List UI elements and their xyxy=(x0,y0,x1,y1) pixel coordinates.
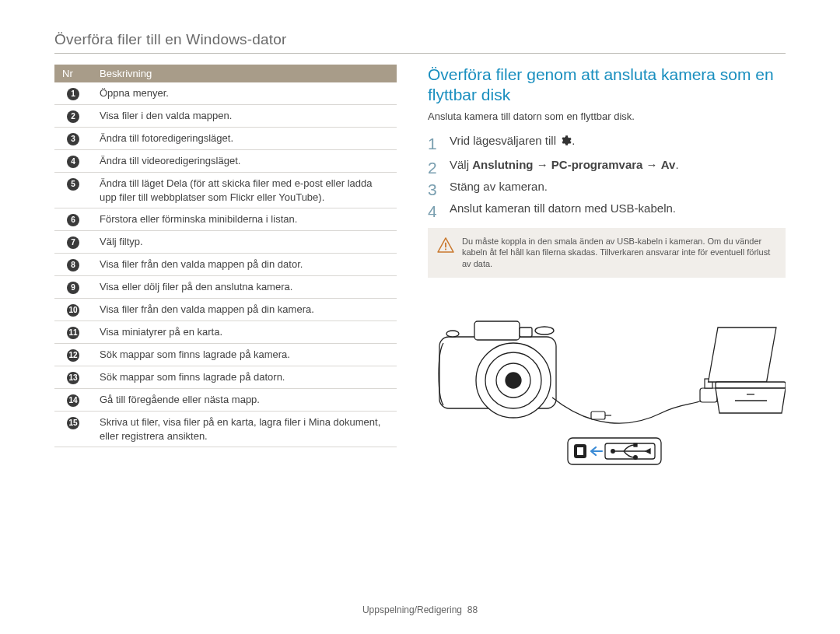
step-2-pre: Välj xyxy=(450,158,472,171)
svg-rect-8 xyxy=(520,328,532,337)
row-number-cell: 7 xyxy=(54,231,92,254)
footer-label: Uppspelning/Redigering xyxy=(362,604,462,615)
row-description-cell: Ändra till fotoredigeringsläget. xyxy=(92,128,397,150)
number-circle-icon: 7 xyxy=(67,236,79,249)
steps-list: Vrid lägesväljaren till . Välj Anslutnin… xyxy=(428,133,786,217)
table-row: 15Skriva ut filer, visa filer på en kart… xyxy=(54,412,397,447)
step-1-text-pre: Vrid lägesväljaren till xyxy=(450,134,559,147)
table-row: 2Visa filer i den valda mappen. xyxy=(54,105,397,128)
svg-point-24 xyxy=(634,456,638,460)
arrow-icon: → xyxy=(642,158,660,171)
number-circle-icon: 12 xyxy=(67,349,79,362)
svg-point-21 xyxy=(611,450,615,454)
row-description-cell: Sök mappar som finns lagrade på datorn. xyxy=(92,366,397,389)
step-1: Vrid lägesväljaren till . xyxy=(428,133,786,151)
svg-point-6 xyxy=(506,373,521,388)
svg-point-9 xyxy=(535,327,554,335)
row-description-cell: Förstora eller förminska minibilderna i … xyxy=(92,208,397,231)
svg-rect-7 xyxy=(474,321,520,340)
step-2-post: . xyxy=(675,158,678,171)
page-footer: Uppspelning/Redigering 88 xyxy=(0,604,840,615)
table-header-nr: Nr xyxy=(54,65,92,82)
page-title: Överföra filer till en Windows-dator xyxy=(54,31,786,54)
row-number-cell: 9 xyxy=(54,276,92,299)
svg-point-10 xyxy=(446,331,459,337)
table-row: 3Ändra till fotoredigeringsläget. xyxy=(54,128,397,150)
warning-box: Du måste koppla in den smala änden av US… xyxy=(428,228,786,278)
svg-rect-14 xyxy=(716,382,786,388)
left-column: Nr Beskrivning 1Öppna menyer.2Visa filer… xyxy=(54,65,397,475)
number-circle-icon: 2 xyxy=(67,110,79,123)
table-row: 12Sök mappar som finns lagrade på kamera… xyxy=(54,344,397,366)
warning-icon xyxy=(437,237,454,256)
warning-text: Du måste koppla in den smala änden av US… xyxy=(462,236,770,269)
number-circle-icon: 1 xyxy=(67,88,79,100)
row-description-cell: Visa miniatyrer på en karta. xyxy=(92,321,397,344)
step-2-b2: PC-programvara xyxy=(551,158,643,171)
row-number-cell: 3 xyxy=(54,128,92,150)
row-description-cell: Visa eller dölj filer på den anslutna ka… xyxy=(92,276,397,299)
step-2-b1: Anslutning xyxy=(472,158,533,171)
row-number-cell: 8 xyxy=(54,254,92,276)
row-description-cell: Välj filtyp. xyxy=(92,231,397,254)
camera-laptop-illustration xyxy=(428,296,786,475)
row-number-cell: 5 xyxy=(54,173,92,208)
table-row: 7Välj filtyp. xyxy=(54,231,397,254)
table-row: 8Visa filer från den valda mappen på din… xyxy=(54,254,397,276)
row-description-cell: Öppna menyer. xyxy=(92,82,397,105)
section-heading: Överföra filer genom att ansluta kamera … xyxy=(428,65,786,106)
row-number-cell: 2 xyxy=(54,105,92,128)
number-circle-icon: 13 xyxy=(67,372,79,384)
arrow-icon: → xyxy=(534,158,551,171)
step-2-b3: Av xyxy=(661,158,676,171)
row-number-cell: 15 xyxy=(54,412,92,447)
row-description-cell: Visa filer i den valda mappen. xyxy=(92,105,397,128)
svg-rect-12 xyxy=(700,388,717,402)
number-circle-icon: 5 xyxy=(67,178,79,191)
row-description-cell: Ändra till läget Dela (för att skicka fi… xyxy=(92,173,397,208)
content-columns: Nr Beskrivning 1Öppna menyer.2Visa filer… xyxy=(54,65,786,475)
number-circle-icon: 15 xyxy=(67,417,79,429)
row-description-cell: Visa filer från den valda mappen på din … xyxy=(92,254,397,276)
table-header-beskrivning: Beskrivning xyxy=(92,65,397,82)
svg-rect-0 xyxy=(445,242,446,247)
svg-rect-1 xyxy=(445,248,446,250)
table-row: 9Visa eller dölj filer på den anslutna k… xyxy=(54,276,397,299)
step-2: Välj Anslutning → PC-programvara → Av. xyxy=(428,157,786,173)
row-description-cell: Ändra till videoredigeringsläget. xyxy=(92,150,397,173)
step-4: Anslut kameran till datorn med USB-kabel… xyxy=(428,201,786,216)
number-circle-icon: 3 xyxy=(67,133,79,145)
number-circle-icon: 9 xyxy=(67,282,79,294)
step-3: Stäng av kameran. xyxy=(428,179,786,194)
section-subtitle: Ansluta kamera till datorn som en flyttb… xyxy=(428,110,786,122)
table-row: 11Visa miniatyrer på en karta. xyxy=(54,321,397,344)
table-row: 1Öppna menyer. xyxy=(54,82,397,105)
row-description-cell: Gå till föregående eller nästa mapp. xyxy=(92,389,397,412)
row-description-cell: Sök mappar som finns lagrade på kamera. xyxy=(92,344,397,366)
number-circle-icon: 10 xyxy=(67,304,79,317)
row-number-cell: 11 xyxy=(54,321,92,344)
svg-rect-19 xyxy=(577,447,583,455)
table-row: 4Ändra till videoredigeringsläget. xyxy=(54,150,397,173)
description-table: Nr Beskrivning 1Öppna menyer.2Visa filer… xyxy=(54,65,397,447)
row-number-cell: 14 xyxy=(54,389,92,412)
right-column: Överföra filer genom att ansluta kamera … xyxy=(428,65,786,475)
number-circle-icon: 8 xyxy=(67,259,79,271)
row-description-cell: Skriva ut filer, visa filer på en karta,… xyxy=(92,412,397,447)
row-number-cell: 4 xyxy=(54,150,92,173)
row-number-cell: 12 xyxy=(54,344,92,366)
footer-page-number: 88 xyxy=(467,604,478,615)
gear-icon xyxy=(559,135,572,151)
svg-rect-23 xyxy=(634,443,637,447)
row-number-cell: 1 xyxy=(54,82,92,105)
number-circle-icon: 14 xyxy=(67,394,79,407)
number-circle-icon: 11 xyxy=(67,327,79,339)
number-circle-icon: 6 xyxy=(67,214,79,226)
table-row: 14Gå till föregående eller nästa mapp. xyxy=(54,389,397,412)
table-row: 13Sök mappar som finns lagrade på datorn… xyxy=(54,366,397,389)
row-number-cell: 13 xyxy=(54,366,92,389)
svg-rect-11 xyxy=(591,412,605,419)
step-1-text-post: . xyxy=(572,134,575,147)
table-row: 5Ändra till läget Dela (för att skicka f… xyxy=(54,173,397,208)
row-number-cell: 6 xyxy=(54,208,92,231)
